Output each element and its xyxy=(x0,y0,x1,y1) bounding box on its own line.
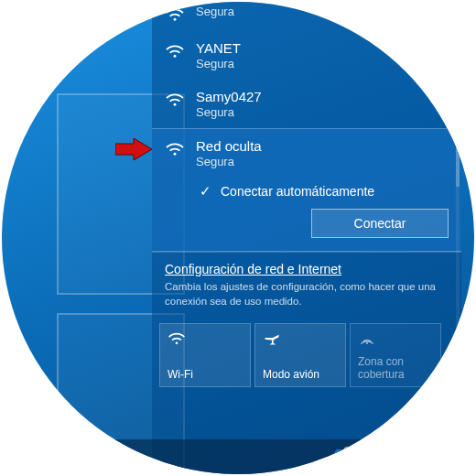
scrollbar[interactable]: ▼ xyxy=(456,4,460,352)
auto-connect-checkbox[interactable]: ✓ Conectar automáticamente xyxy=(152,174,461,209)
network-status: Segura xyxy=(196,57,450,70)
network-item[interactable]: Samy0427 Segura xyxy=(152,80,461,128)
svg-point-3 xyxy=(174,153,177,156)
wifi-icon xyxy=(165,42,185,59)
checkmark-icon: ✓ xyxy=(200,183,211,200)
svg-point-1 xyxy=(174,55,177,58)
airplane-icon xyxy=(263,330,338,346)
wifi-icon xyxy=(165,91,185,107)
battery-icon[interactable]: ▭ xyxy=(407,449,419,464)
network-settings-link[interactable]: Configuración de red e Internet xyxy=(165,262,449,276)
tile-label: Zona con cobertura xyxy=(358,355,433,381)
tray-chevron-icon[interactable]: ˄ xyxy=(361,449,367,464)
network-item-selected[interactable]: Red oculta Segura ✓ Conectar automáticam… xyxy=(152,128,461,252)
scroll-down-icon[interactable]: ▼ xyxy=(454,341,462,350)
network-status: Segura xyxy=(196,155,450,168)
svg-point-2 xyxy=(174,103,177,106)
cortana-icon[interactable]: ◯ xyxy=(380,449,395,464)
wifi-tray-icon[interactable] xyxy=(432,449,447,465)
wifi-icon xyxy=(165,5,185,22)
tile-label: Modo avión xyxy=(263,368,338,381)
connect-button[interactable]: Conectar xyxy=(311,209,449,238)
network-settings-desc: Cambia los ajustes de configuración, com… xyxy=(165,280,449,308)
wifi-icon xyxy=(165,140,185,157)
tile-label: Wi-Fi xyxy=(168,368,243,381)
network-settings-section: Configuración de red e Internet Cambia l… xyxy=(152,252,461,316)
auto-connect-label: Conectar automáticamente xyxy=(221,184,374,199)
people-icon[interactable]: 👤 xyxy=(330,449,348,465)
network-ssid: YANET xyxy=(196,40,450,56)
network-status: Segura xyxy=(196,105,450,119)
network-ssid: Samy0427 xyxy=(196,89,450,104)
network-flyout: Segura YANET Segura Samy0427 Segura xyxy=(152,2,461,474)
quick-action-tiles: Wi-Fi Modo avión Zona con cobertura xyxy=(152,316,461,387)
tile-airplane[interactable]: Modo avión xyxy=(254,323,346,387)
taskbar: 👤 ˄ ◯ ▭ xyxy=(2,439,474,474)
scrollbar-thumb[interactable] xyxy=(456,114,460,187)
svg-point-0 xyxy=(174,18,177,21)
network-item[interactable]: YANET Segura xyxy=(152,31,461,80)
network-ssid: Red oculta xyxy=(196,138,450,154)
screenshot-circle: Segura YANET Segura Samy0427 Segura xyxy=(2,2,474,474)
svg-point-4 xyxy=(176,342,178,345)
network-status: Segura xyxy=(196,5,450,18)
hotspot-icon xyxy=(358,330,433,346)
tile-hotspot[interactable]: Zona con cobertura xyxy=(350,323,441,387)
svg-point-6 xyxy=(438,459,440,460)
network-item[interactable]: Segura xyxy=(152,2,461,31)
wifi-icon xyxy=(168,330,243,346)
tile-wifi[interactable]: Wi-Fi xyxy=(159,323,251,387)
svg-point-5 xyxy=(366,342,368,344)
